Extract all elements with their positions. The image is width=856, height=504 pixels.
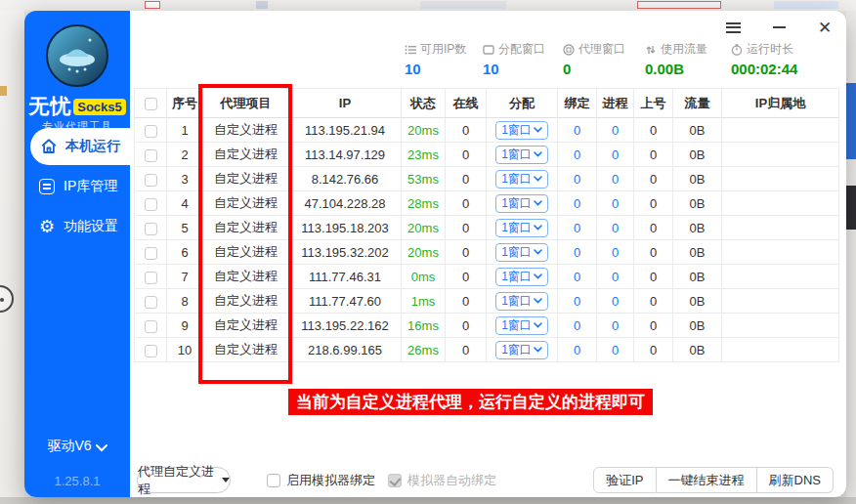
window-icon <box>483 44 494 56</box>
verify-ip-button[interactable]: 验证IP <box>593 467 656 493</box>
row-checkbox[interactable] <box>145 198 157 211</box>
cell-login: 0 <box>634 338 673 362</box>
cell-project: 自定义进程 <box>203 289 289 314</box>
cell-status: 26ms <box>402 338 446 362</box>
cell-bind: 0 <box>558 167 597 191</box>
cell-process: 0 <box>597 216 634 240</box>
row-checkbox[interactable] <box>145 272 157 284</box>
stat-traffic-used: 使用流量 0.00B <box>645 41 731 77</box>
assign-window-dropdown[interactable]: 1窗口 <box>495 292 548 311</box>
assign-window-dropdown: 1窗口 <box>487 118 558 143</box>
background-fragment <box>637 1 721 9</box>
gear-icon: ⚙ <box>38 218 56 235</box>
assign-window-dropdown[interactable]: 1窗口 <box>495 194 548 213</box>
cell-status: 16ms <box>402 314 446 338</box>
cell-ip: 8.142.76.66 <box>289 167 402 191</box>
cell-status: 23ms <box>402 143 446 167</box>
assign-window-dropdown[interactable]: 1窗口 <box>495 219 548 237</box>
row-checkbox[interactable] <box>145 125 157 138</box>
emulator-bind-checkbox[interactable]: 启用模拟器绑定 <box>267 472 375 489</box>
assign-window-dropdown[interactable]: 1窗口 <box>495 243 548 262</box>
assign-window-value: 1窗口 <box>501 171 532 188</box>
cell-online: 0 <box>446 118 487 143</box>
stat-label: 可用IP数 <box>420 41 466 58</box>
assign-window-dropdown[interactable]: 1窗口 <box>495 146 548 164</box>
assign-window-value: 1窗口 <box>501 147 532 163</box>
cell-traffic: 0B <box>673 167 722 191</box>
refresh-dns-button[interactable]: 刷新DNS <box>757 467 834 493</box>
background-app-strip <box>0 0 856 11</box>
cell-process: 0 <box>597 118 634 143</box>
cell-traffic: 0B <box>673 338 722 362</box>
sidebar-item-settings[interactable]: ⚙ 功能设置 <box>24 208 130 245</box>
cell-traffic: 0B <box>673 240 722 265</box>
kill-processes-button[interactable]: 一键结束进程 <box>657 467 757 493</box>
cell-bind: 0 <box>558 118 597 143</box>
menu-icon[interactable] <box>724 19 742 36</box>
cell-bind: 0 <box>558 240 597 265</box>
traffic-arrows-icon <box>645 44 657 56</box>
driver-version-dropdown[interactable]: 驱动V6 <box>24 438 130 455</box>
emulator-auto-bind-checkbox[interactable]: 模拟器自动绑定 <box>388 472 496 489</box>
sidebar-item-ip-library[interactable]: IP库管理 <box>24 168 130 205</box>
assign-window-value: 1窗口 <box>501 244 532 261</box>
row-checkbox[interactable] <box>145 296 157 309</box>
row-checkbox <box>135 191 167 216</box>
annotation-banner: 当前为自定义进程代理，运行自定义的进程即可 <box>288 389 653 415</box>
assign-window-dropdown[interactable]: 1窗口 <box>495 121 548 140</box>
background-fragment <box>846 83 856 159</box>
row-checkbox[interactable] <box>145 320 157 333</box>
row-checkbox[interactable] <box>145 247 157 260</box>
close-icon[interactable]: ✕ <box>816 19 834 36</box>
background-right-strip <box>846 11 856 504</box>
row-checkbox <box>135 167 167 191</box>
background-left-strip <box>0 11 24 504</box>
cell-process: 0 <box>597 143 634 167</box>
row-checkbox[interactable] <box>145 174 157 187</box>
column-header: 绑定 <box>558 89 597 118</box>
select-all-checkbox[interactable] <box>145 98 157 110</box>
cell-project: 自定义进程 <box>203 118 289 143</box>
column-header: 在线 <box>446 89 487 118</box>
background-fragment <box>145 1 160 9</box>
cell-location <box>722 240 839 265</box>
table-row: 4自定义进程47.104.228.2828ms01窗口0000B <box>135 191 839 216</box>
row-checkbox[interactable] <box>145 149 157 162</box>
cell-index: 8 <box>167 289 203 314</box>
assign-window-dropdown[interactable]: 1窗口 <box>495 316 548 335</box>
assign-window-dropdown[interactable]: 1窗口 <box>495 268 548 286</box>
cell-bind: 0 <box>558 289 597 314</box>
chevron-down-icon <box>96 444 107 452</box>
table-header-row: 序号代理项目IP状态在线分配绑定进程上号流量IP归属地 <box>135 89 839 118</box>
cell-ip: 113.195.21.94 <box>289 118 402 143</box>
assign-window-dropdown[interactable]: 1窗口 <box>495 170 548 189</box>
checkbox-unchecked-icon <box>267 474 280 487</box>
list-icon <box>405 44 416 56</box>
table-row: 8自定义进程111.77.47.601ms01窗口0000B <box>135 289 839 314</box>
chevron-down-icon <box>534 151 542 157</box>
assign-window-dropdown: 1窗口 <box>487 191 558 216</box>
assign-window-value: 1窗口 <box>501 269 532 285</box>
cell-ip: 113.14.97.129 <box>289 143 402 167</box>
chevron-down-icon <box>534 347 542 353</box>
list-box-icon <box>38 178 56 195</box>
brand: 无忧Socks5 <box>24 93 130 120</box>
cell-index: 9 <box>167 314 203 338</box>
row-checkbox <box>135 143 167 167</box>
row-checkbox[interactable] <box>145 345 157 357</box>
cell-bind: 0 <box>558 191 597 216</box>
stat-label: 分配窗口 <box>498 41 545 58</box>
cell-ip: 111.77.47.60 <box>289 289 402 314</box>
cell-ip: 113.195.18.203 <box>289 216 402 240</box>
cell-traffic: 0B <box>673 143 722 167</box>
minimize-icon[interactable] <box>770 19 788 36</box>
cell-online: 0 <box>446 167 487 191</box>
cell-login: 0 <box>634 216 673 240</box>
row-checkbox[interactable] <box>145 223 157 235</box>
stat-value: 000:02:44 <box>731 61 829 77</box>
sidebar-item-local-run[interactable]: 本机运行 <box>30 128 130 165</box>
proxy-mode-dropdown[interactable]: 代理自定义进程 <box>137 467 231 493</box>
cell-process: 0 <box>597 191 634 216</box>
cell-process: 0 <box>597 314 634 338</box>
assign-window-dropdown[interactable]: 1窗口 <box>495 341 548 359</box>
